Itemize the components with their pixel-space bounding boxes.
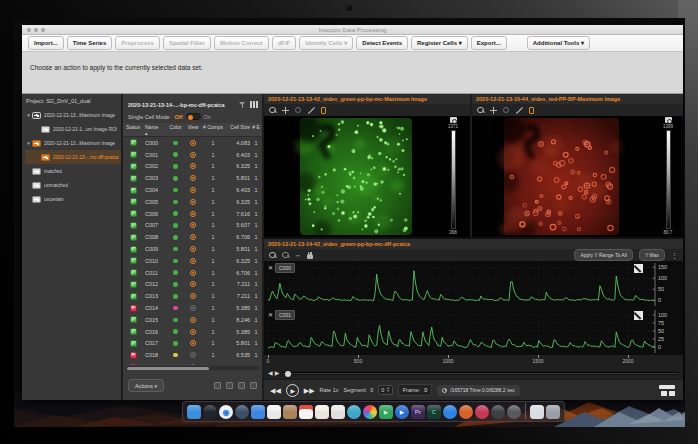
cell-row-c006[interactable]: ✓C00617.6161 [123,208,262,220]
cell-table-horizontal-scrollbar[interactable] [126,366,259,370]
toolbar-button-additional-tools[interactable]: Additional Tools ▾ [527,36,590,50]
cell-color-dot[interactable] [173,176,178,181]
view-toggle-icon[interactable] [190,246,196,252]
frame-input[interactable]: Frame:0 [398,384,432,396]
cell-row-c007[interactable]: ✓C00715.6071 [123,220,262,232]
grid-layout-icon-2[interactable] [669,391,675,396]
green-colorbar[interactable] [451,130,456,228]
pan-x-icon[interactable]: ↔ [295,252,301,258]
toolbar-button-export[interactable]: Export... [471,36,507,50]
accepted-checkbox[interactable]: ✓ [130,163,137,170]
rewind-button[interactable]: ◀◀ [270,387,281,394]
view-toggle-icon[interactable] [190,234,196,240]
step-back-icon[interactable]: ◀ [268,370,273,376]
dock-icon-pages[interactable] [331,405,345,419]
toolbar-button-motion-correct[interactable]: Motion Correct [214,36,269,50]
cell-row-c002[interactable]: ✓C00216.3251 [123,161,262,173]
zoom-tool-icon[interactable] [269,107,276,114]
cell-color-dot[interactable] [173,259,178,264]
step-forward-icon[interactable]: ▶ [275,370,280,376]
dock-icon-appstore[interactable] [443,405,457,419]
accepted-checkbox[interactable]: ✓ [130,340,137,347]
single-cell-mode-toggle[interactable] [186,113,201,120]
cell-color-dot[interactable] [173,282,178,287]
scrollbar-thumb[interactable] [127,367,209,370]
column-header-e[interactable]: # E [250,125,262,131]
dock-icon-photos[interactable] [363,405,377,419]
rect-tool-icon[interactable] [529,107,534,114]
dock-icon-firefox[interactable] [459,405,473,419]
cell-color-dot[interactable] [173,235,178,240]
view-toggle-icon[interactable] [190,211,196,217]
cell-color-dot[interactable] [173,318,178,323]
toolbar-button-preprocess[interactable]: Preprocess [115,36,160,50]
dock-icon-notes[interactable] [315,405,329,419]
red-image-canvas[interactable]: 1399 80.7 [472,116,683,237]
rejected-checkbox[interactable]: ✕ [130,305,137,312]
dock-icon-utility-gray[interactable] [507,405,521,419]
dock-icon-documents-folder[interactable] [530,405,544,419]
dock-icon-maps-globe[interactable] [347,405,361,419]
toolbar-button-spatial-filter[interactable]: Spatial Filter [163,36,211,50]
dock-icon-itunes[interactable] [475,405,489,419]
accepted-checkbox[interactable]: ✓ [130,281,137,288]
circle-tool-icon[interactable] [503,107,509,113]
dock-icon-safari[interactable]: ◉ [219,405,233,419]
view-toggle-icon[interactable] [190,187,196,193]
trace-plot-c001[interactable]: ✕C001 0255075100 [264,308,683,355]
tree-item-unmatched[interactable]: unmatched [25,178,121,192]
view-toggle-icon[interactable] [190,293,196,299]
pan-tool-icon[interactable] [490,107,497,114]
accepted-checkbox[interactable]: ✓ [130,187,137,194]
cell-row-c018[interactable]: ✕C01816.5351 [123,349,262,361]
cell-row-c019[interactable]: ✕C01915.6071 [123,361,262,365]
dock-icon-settings-dark[interactable] [491,405,505,419]
toolbar-button-register-cells[interactable]: Register Cells ▾ [411,36,468,50]
toolbar-button-identify-cells[interactable]: Identify Cells ▾ [299,36,353,50]
toolbar-button-import[interactable]: Import... [28,36,64,50]
cell-row-c004[interactable]: ✓C00416.4031 [123,184,262,196]
accepted-checkbox[interactable]: ✓ [130,257,137,264]
accepted-checkbox[interactable]: ✓ [130,151,137,158]
toolbar-button-df-f[interactable]: dF/F [272,36,297,50]
column-header-status[interactable]: Status [123,125,143,131]
tree-item-2020-12-21-1-um-image-roi[interactable]: 2020-12-21-1...um Image ROI [25,122,121,136]
view-toggle-icon[interactable] [190,340,196,346]
accepted-checkbox[interactable]: ✓ [130,198,137,205]
accepted-checkbox[interactable]: ✓ [130,293,137,300]
dock-icon-calendar[interactable] [299,405,313,419]
cell-row-c017[interactable]: ✓C01715.8011 [123,338,262,350]
more-options-icon[interactable]: ⋮ [671,252,678,259]
cell-row-c016[interactable]: ✓C01615.3851 [123,326,262,338]
table-tool-icon-3[interactable] [238,382,245,389]
apply-y-range-button[interactable]: Apply Y Range To All [574,249,632,261]
dock-icon-trash[interactable] [546,405,560,419]
column-header-comps[interactable]: # Comps [202,125,224,131]
column-header-name[interactable]: Name▴ [143,125,167,136]
snapshot-icon[interactable] [665,117,672,123]
hand-tool-icon[interactable] [307,252,313,259]
segment-spinner[interactable]: 0▲▼ [378,385,393,395]
table-tool-icon-2[interactable] [226,382,233,389]
view-toggle-icon[interactable] [190,163,196,169]
tree-item-2020-12-21-13-maximum-image[interactable]: ▾2020-12-21-13...Maximum Image [25,108,121,122]
accepted-checkbox[interactable]: ✓ [130,234,137,241]
tree-item-2020-12-21-13-maximum-image[interactable]: ▾2020-12-21-13...Maximum Image [25,136,121,150]
tree-expand-icon[interactable]: ▾ [25,112,32,118]
tree-item-2020-12-21-13-mc-dff-pcaica[interactable]: 2020-12-21-13-...mc-dff-pcaica [25,150,121,164]
line-tool-icon[interactable] [515,106,523,114]
toolbar-button-detect-events[interactable]: Detect Events [356,36,408,50]
view-toggle-icon[interactable] [190,329,196,335]
rect-tool-icon[interactable] [321,107,326,114]
accepted-checkbox[interactable]: ✓ [130,222,137,229]
view-toggle-icon[interactable] [190,352,196,358]
view-toggle-icon[interactable] [190,152,196,158]
view-toggle-icon[interactable] [190,281,196,287]
cell-row-c013[interactable]: ✓C01317.2111 [123,290,262,302]
dock-icon-premiere[interactable]: Pr [411,405,425,419]
view-toggle-icon[interactable] [190,364,196,365]
view-toggle-icon[interactable] [190,270,196,276]
column-header-color[interactable]: Color [167,125,184,131]
dock-icon-mail[interactable] [251,405,265,419]
dock-icon-quicktime-play[interactable]: ▶ [395,405,409,419]
